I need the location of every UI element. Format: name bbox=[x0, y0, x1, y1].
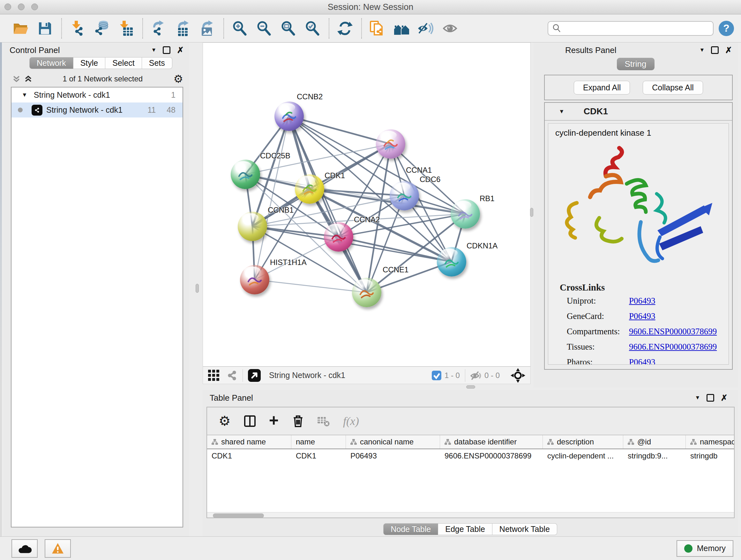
cloud-status-button[interactable] bbox=[11, 539, 38, 558]
import-network-file-button[interactable] bbox=[68, 18, 87, 39]
column-header-shared-name[interactable]: shared name bbox=[207, 435, 291, 449]
table-settings-gear-icon[interactable]: ⚙ bbox=[219, 415, 231, 428]
expand-all-chevrons-icon[interactable] bbox=[24, 76, 32, 82]
export-table-button[interactable] bbox=[173, 18, 193, 39]
network-node-rb1[interactable] bbox=[451, 199, 480, 229]
bottom-splitter-handle[interactable] bbox=[466, 385, 475, 388]
column-header-database-identifier[interactable]: database identifier bbox=[440, 435, 543, 449]
network-canvas[interactable]: CCNB2CCNA1CDC25BCDK1CDC6RB1CCNB1CCNA2CDK… bbox=[203, 43, 531, 367]
crosslink-link[interactable]: P06493 bbox=[629, 357, 656, 365]
panel-float-icon[interactable] bbox=[706, 394, 714, 401]
hide-graphics-details-button[interactable] bbox=[416, 18, 436, 39]
left-splitter-handle[interactable] bbox=[196, 284, 199, 293]
tab-edge-table[interactable]: Edge Table bbox=[438, 523, 492, 535]
right-splitter-handle[interactable] bbox=[530, 208, 533, 217]
tab-network[interactable]: Network bbox=[29, 57, 73, 69]
column-header-namespace[interactable]: namespace bbox=[686, 435, 735, 449]
network-edge-ccne1-hist1h1a[interactable] bbox=[255, 280, 367, 293]
collapse-all-button[interactable]: Collapse All bbox=[643, 81, 703, 95]
traffic-light-close-icon[interactable] bbox=[4, 3, 11, 10]
crosslink-link[interactable]: 9606.ENSP00000378699 bbox=[629, 342, 717, 352]
traffic-light-zoom-icon[interactable] bbox=[31, 3, 38, 10]
panel-close-icon[interactable]: ✗ bbox=[721, 393, 728, 403]
home-button[interactable] bbox=[392, 18, 412, 39]
panel-minimize-icon[interactable]: ▼ bbox=[699, 47, 704, 53]
panel-minimize-icon[interactable]: ▼ bbox=[695, 395, 700, 401]
column-header-description[interactable]: description bbox=[543, 435, 623, 449]
table-cell[interactable]: P06493 bbox=[346, 451, 440, 460]
create-column-plus-icon[interactable]: + bbox=[269, 412, 279, 428]
panel-close-icon[interactable]: ✗ bbox=[725, 45, 732, 55]
table-cell[interactable]: stringdb bbox=[686, 451, 735, 460]
panel-minimize-icon[interactable]: ▼ bbox=[151, 47, 156, 53]
tab-style[interactable]: Style bbox=[73, 57, 106, 69]
network-collection-row[interactable]: ▼ String Network - cdk1 1 bbox=[11, 87, 183, 103]
detach-view-icon[interactable] bbox=[248, 369, 261, 382]
export-network-button[interactable] bbox=[149, 18, 169, 39]
table-row[interactable]: CDK1CDK1P064939606.ENSP00000378699cyclin… bbox=[207, 449, 734, 462]
delete-column-trash-icon[interactable] bbox=[292, 415, 304, 428]
table-horizontal-scrollbar[interactable] bbox=[207, 512, 734, 518]
scrollbar-thumb[interactable] bbox=[213, 513, 264, 518]
show-graphics-details-button[interactable] bbox=[441, 18, 460, 39]
collapse-all-chevrons-icon[interactable] bbox=[13, 76, 20, 82]
tab-string[interactable]: String bbox=[617, 58, 655, 70]
network-node-cdkn1a[interactable] bbox=[437, 247, 466, 276]
table-cell[interactable]: stringdb:9... bbox=[623, 451, 686, 460]
import-table-file-button[interactable] bbox=[116, 18, 136, 39]
clone-network-button[interactable] bbox=[367, 18, 387, 39]
network-edge-ccnb2-hist1h1a[interactable] bbox=[255, 116, 289, 280]
zoom-out-button[interactable] bbox=[254, 18, 274, 39]
crosslink-link[interactable]: P06493 bbox=[629, 296, 656, 306]
network-node-cdk1[interactable] bbox=[295, 174, 324, 204]
tab-select[interactable]: Select bbox=[105, 57, 142, 69]
network-node-cdc25b[interactable] bbox=[231, 160, 260, 189]
network-node-cdc6[interactable] bbox=[390, 181, 419, 210]
table-cell[interactable]: cyclin-dependent ... bbox=[543, 451, 623, 460]
tab-sets[interactable]: Sets bbox=[142, 57, 172, 69]
zoom-selected-button[interactable] bbox=[302, 18, 322, 39]
panel-close-icon[interactable]: ✗ bbox=[177, 45, 184, 55]
refresh-view-button[interactable] bbox=[335, 18, 355, 39]
network-node-ccnb1[interactable] bbox=[238, 212, 267, 241]
panel-float-icon[interactable] bbox=[163, 46, 171, 54]
gene-expand-triangle-icon[interactable]: ▼ bbox=[559, 108, 564, 115]
birds-eye-crosshair-icon[interactable] bbox=[511, 368, 525, 383]
grid-view-icon[interactable] bbox=[208, 370, 219, 381]
search-input[interactable] bbox=[562, 23, 709, 33]
network-node-ccna1[interactable] bbox=[376, 129, 405, 159]
network-edge-ccna2-cdkn1a[interactable] bbox=[339, 237, 452, 262]
collection-expand-triangle-icon[interactable]: ▼ bbox=[22, 91, 27, 98]
help-button[interactable]: ? bbox=[719, 21, 734, 36]
table-cell[interactable]: 9606.ENSP00000378699 bbox=[440, 451, 543, 460]
gene-section-header[interactable]: ▼ CDK1 bbox=[545, 103, 732, 121]
crosslink-link[interactable]: P06493 bbox=[629, 311, 656, 321]
expand-all-button[interactable]: Expand All bbox=[574, 81, 630, 95]
column-header-name[interactable]: name bbox=[291, 435, 346, 449]
share-view-icon[interactable] bbox=[226, 369, 238, 381]
column-header-canonical-name[interactable]: canonical name bbox=[346, 435, 440, 449]
crosslink-link[interactable]: 9606.ENSP00000378699 bbox=[629, 327, 717, 336]
column-header--id[interactable]: @id bbox=[623, 435, 686, 449]
zoom-in-button[interactable] bbox=[230, 18, 250, 39]
network-row[interactable]: String Network - cdk1 11 48 bbox=[11, 103, 183, 118]
network-node-ccne1[interactable] bbox=[352, 278, 381, 307]
memory-button[interactable]: Memory bbox=[677, 540, 733, 557]
network-options-gear-icon[interactable]: ⚙ bbox=[174, 73, 183, 84]
save-session-button[interactable] bbox=[35, 18, 55, 39]
network-node-ccna2[interactable] bbox=[324, 222, 353, 252]
warning-status-button[interactable] bbox=[45, 539, 71, 558]
tab-node-table[interactable]: Node Table bbox=[383, 523, 438, 535]
export-image-button[interactable] bbox=[197, 18, 217, 39]
toggle-columns-icon[interactable] bbox=[244, 415, 256, 427]
tab-network-table[interactable]: Network Table bbox=[492, 523, 557, 535]
hidden-eye-icon[interactable] bbox=[470, 370, 481, 381]
panel-float-icon[interactable] bbox=[711, 46, 719, 54]
zoom-fit-button[interactable] bbox=[278, 18, 298, 39]
traffic-light-minimize-icon[interactable] bbox=[18, 3, 24, 10]
network-node-hist1h1a[interactable] bbox=[240, 265, 269, 294]
network-node-ccnb2[interactable] bbox=[274, 102, 304, 131]
import-network-from-database-button[interactable] bbox=[92, 18, 112, 39]
selected-checkbox-icon[interactable] bbox=[432, 371, 441, 380]
open-session-button[interactable] bbox=[11, 18, 30, 39]
